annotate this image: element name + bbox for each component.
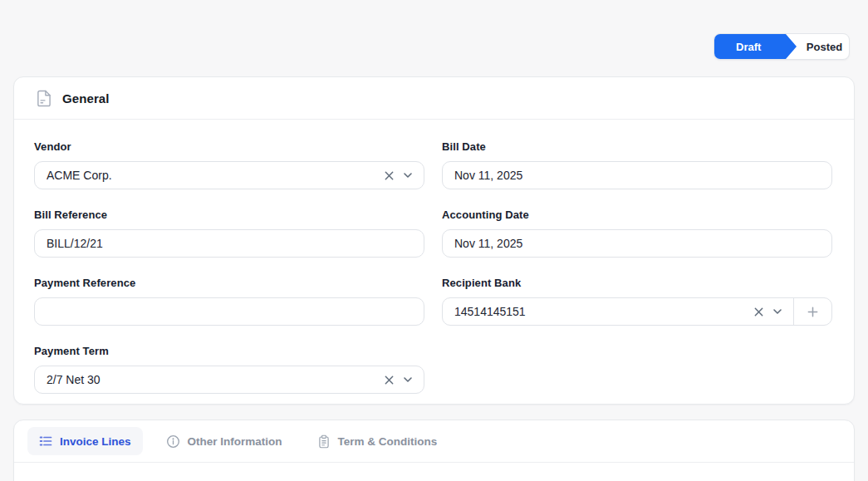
list-icon	[39, 434, 52, 448]
payment-term-field-group: Payment Term	[34, 345, 424, 394]
recipient-bank-select[interactable]	[442, 297, 832, 326]
payment-reference-input[interactable]	[47, 305, 414, 318]
recipient-bank-chevron-down-icon[interactable]	[772, 306, 783, 317]
tab-content-area	[14, 463, 854, 481]
tab-term-conditions-label: Term & Conditions	[338, 435, 438, 448]
payment-reference-label: Payment Reference	[34, 277, 424, 289]
vendor-select[interactable]	[34, 161, 424, 189]
accounting-date-input[interactable]	[454, 237, 821, 250]
status-posted-button[interactable]: Posted	[797, 34, 849, 59]
payment-reference-field-group: Payment Reference	[34, 277, 424, 326]
payment-term-label: Payment Term	[34, 345, 424, 357]
general-form: Vendor Bill Date Bill	[14, 120, 854, 414]
accounting-date-label: Accounting Date	[442, 209, 832, 221]
document-icon	[36, 90, 51, 107]
vendor-input[interactable]	[47, 169, 384, 182]
tab-other-information-label: Other Information	[188, 435, 282, 448]
vendor-label: Vendor	[34, 140, 424, 153]
bill-reference-field[interactable]	[34, 229, 424, 258]
vendor-chevron-down-icon[interactable]	[402, 169, 414, 181]
tab-term-conditions[interactable]: Term & Conditions	[306, 427, 449, 456]
empty-grid-cell	[442, 345, 832, 394]
status-draft-button[interactable]: Draft	[714, 34, 797, 59]
info-icon	[166, 434, 180, 449]
status-switcher: Draft Posted	[714, 33, 850, 60]
plus-icon	[807, 306, 819, 318]
bill-reference-input[interactable]	[47, 237, 414, 250]
general-card-title: General	[62, 91, 110, 106]
clipboard-icon	[317, 434, 331, 449]
recipient-bank-label: Recipient Bank	[442, 277, 832, 289]
recipient-bank-field-group: Recipient Bank	[442, 277, 832, 326]
bill-date-label: Bill Date	[442, 140, 832, 153]
tab-invoice-lines[interactable]: Invoice Lines	[27, 427, 143, 455]
detail-tabs-card: Invoice Lines Other Information Term	[13, 420, 855, 481]
payment-term-chevron-down-icon[interactable]	[402, 374, 414, 385]
recipient-bank-clear-icon[interactable]	[753, 307, 764, 317]
tab-other-information[interactable]: Other Information	[154, 427, 294, 456]
bill-reference-field-group: Bill Reference	[34, 209, 424, 258]
recipient-bank-add-button[interactable]	[793, 298, 831, 325]
bill-reference-label: Bill Reference	[34, 209, 424, 221]
payment-term-clear-icon[interactable]	[384, 375, 395, 385]
payment-term-select[interactable]	[34, 366, 424, 394]
vendor-clear-icon[interactable]	[384, 170, 395, 181]
accounting-date-field[interactable]	[442, 229, 832, 258]
vendor-field-group: Vendor	[34, 140, 424, 189]
bill-date-field-group: Bill Date	[442, 140, 832, 189]
recipient-bank-input[interactable]	[454, 305, 753, 318]
general-card-header: General	[14, 77, 854, 120]
accounting-date-field-group: Accounting Date	[442, 209, 832, 258]
payment-term-input[interactable]	[47, 373, 384, 386]
detail-tab-row: Invoice Lines Other Information Term	[14, 420, 854, 463]
bill-date-input[interactable]	[454, 169, 821, 182]
bill-date-field[interactable]	[442, 161, 832, 189]
tab-invoice-lines-label: Invoice Lines	[60, 435, 131, 448]
payment-reference-field[interactable]	[34, 297, 424, 326]
general-card: General Vendor Bill Date	[13, 76, 855, 405]
